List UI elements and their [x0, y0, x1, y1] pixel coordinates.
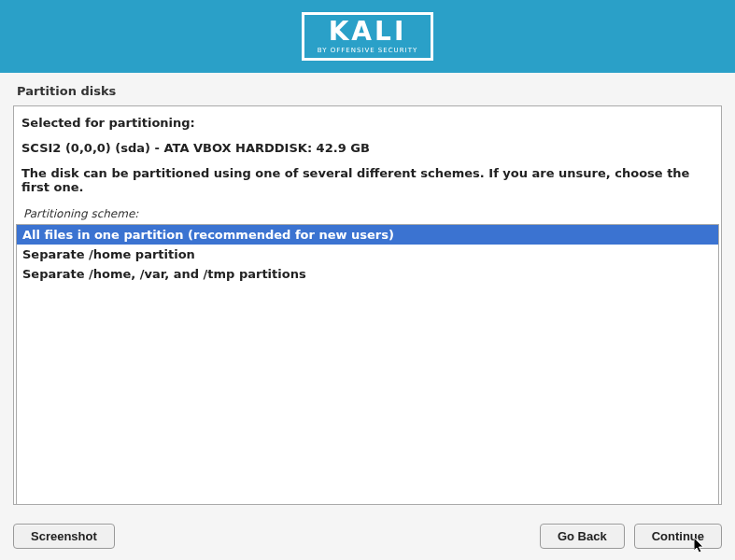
info-block: Selected for partitioning: SCSI2 (0,0,0)… [14, 106, 721, 194]
main-panel: Selected for partitioning: SCSI2 (0,0,0)… [13, 105, 722, 505]
screenshot-button[interactable]: Screenshot [13, 524, 115, 549]
selected-label: Selected for partitioning: [21, 116, 714, 130]
instruction-text: The disk can be partitioned using one of… [21, 166, 714, 194]
disk-info: SCSI2 (0,0,0) (sda) - ATA VBOX HARDDISK:… [21, 141, 714, 155]
kali-logo: KALI BY OFFENSIVE SECURITY [302, 12, 433, 61]
button-group-right: Go Back Continue [540, 524, 722, 549]
page-title: Partition disks [0, 73, 735, 105]
partitioning-scheme-list[interactable]: All files in one partition (recommended … [16, 224, 719, 505]
header-banner: KALI BY OFFENSIVE SECURITY [0, 0, 735, 73]
button-bar: Screenshot Go Back Continue [13, 524, 722, 549]
option-separate-home-var-tmp[interactable]: Separate /home, /var, and /tmp partition… [17, 264, 718, 284]
continue-button[interactable]: Continue [634, 524, 722, 549]
scheme-label: Partitioning scheme: [14, 205, 721, 224]
content-area: Partition disks Selected for partitionin… [0, 73, 735, 505]
option-all-files[interactable]: All files in one partition (recommended … [17, 225, 718, 245]
logo-subtext: BY OFFENSIVE SECURITY [318, 47, 417, 54]
option-separate-home[interactable]: Separate /home partition [17, 245, 718, 264]
go-back-button[interactable]: Go Back [540, 524, 625, 549]
logo-text: KALI [329, 19, 407, 45]
